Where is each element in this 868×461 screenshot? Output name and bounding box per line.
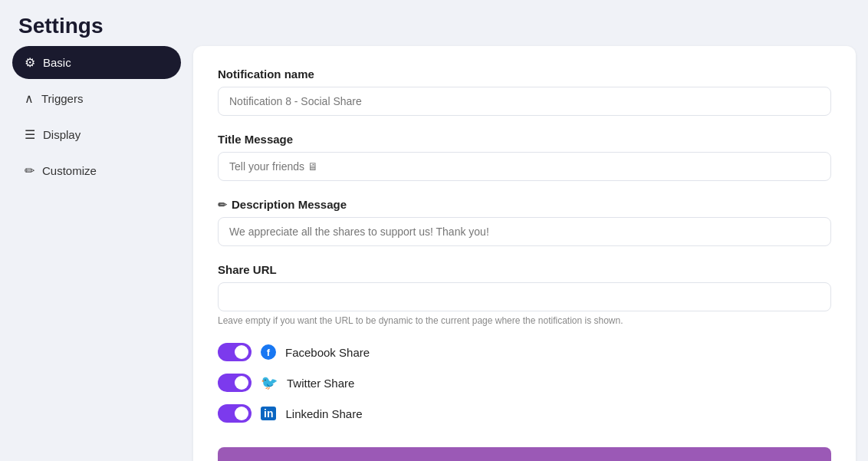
facebook-toggle[interactable] bbox=[218, 343, 252, 361]
share-url-hint: Leave empty if you want the URL to be dy… bbox=[218, 315, 831, 326]
share-url-input[interactable] bbox=[218, 282, 831, 311]
facebook-slider bbox=[218, 343, 252, 361]
sidebar-item-customize[interactable]: ✏ Customize bbox=[12, 154, 181, 187]
description-message-label: ✏ Description Message bbox=[218, 198, 831, 211]
facebook-label: Facebook Share bbox=[285, 346, 370, 359]
title-message-label: Title Message bbox=[218, 133, 831, 146]
title-message-group: Title Message bbox=[218, 133, 831, 181]
title-message-input[interactable] bbox=[218, 152, 831, 181]
notification-name-label: Notification name bbox=[218, 68, 831, 81]
main-content: Notification name Title Message ✏ Descri… bbox=[193, 46, 856, 461]
description-message-group: ✏ Description Message bbox=[218, 198, 831, 246]
facebook-toggle-row: f Facebook Share bbox=[218, 343, 831, 361]
twitter-slider bbox=[218, 374, 252, 392]
facebook-icon: f bbox=[261, 344, 276, 360]
display-icon: ☰ bbox=[25, 127, 35, 142]
share-url-group: Share URL Leave empty if you want the UR… bbox=[218, 263, 831, 326]
linkedin-label: Linkedin Share bbox=[285, 407, 362, 420]
notification-name-group: Notification name bbox=[218, 68, 831, 116]
sidebar: ⚙ Basic ∧ Triggers ☰ Display ✏ Customize bbox=[12, 46, 181, 461]
triggers-icon: ∧ bbox=[25, 91, 34, 106]
linkedin-toggle-row: in Linkedin Share bbox=[218, 404, 831, 423]
twitter-toggle[interactable] bbox=[218, 374, 252, 392]
update-button[interactable]: Update bbox=[218, 447, 831, 461]
twitter-label: Twitter Share bbox=[287, 377, 354, 390]
linkedin-toggle[interactable] bbox=[218, 404, 252, 423]
sidebar-item-display-label: Display bbox=[43, 128, 81, 141]
customize-icon: ✏ bbox=[25, 163, 35, 178]
sidebar-item-triggers[interactable]: ∧ Triggers bbox=[12, 82, 181, 115]
page-title: Settings bbox=[0, 0, 868, 46]
linkedin-slider bbox=[218, 404, 252, 423]
sidebar-item-display[interactable]: ☰ Display bbox=[12, 118, 181, 151]
sidebar-item-customize-label: Customize bbox=[42, 164, 97, 177]
twitter-icon: 🐦 bbox=[261, 374, 278, 391]
sidebar-item-basic[interactable]: ⚙ Basic bbox=[12, 46, 181, 79]
share-url-label: Share URL bbox=[218, 263, 831, 276]
linkedin-icon: in bbox=[261, 407, 276, 420]
toggles-group: f Facebook Share 🐦 Twitter Share in Link… bbox=[218, 343, 831, 423]
sidebar-item-basic-label: Basic bbox=[43, 56, 71, 69]
notification-name-input[interactable] bbox=[218, 87, 831, 116]
sidebar-item-triggers-label: Triggers bbox=[41, 92, 83, 105]
description-icon: ✏ bbox=[218, 199, 227, 211]
gear-icon: ⚙ bbox=[25, 55, 35, 70]
twitter-toggle-row: 🐦 Twitter Share bbox=[218, 374, 831, 392]
description-message-input[interactable] bbox=[218, 217, 831, 246]
